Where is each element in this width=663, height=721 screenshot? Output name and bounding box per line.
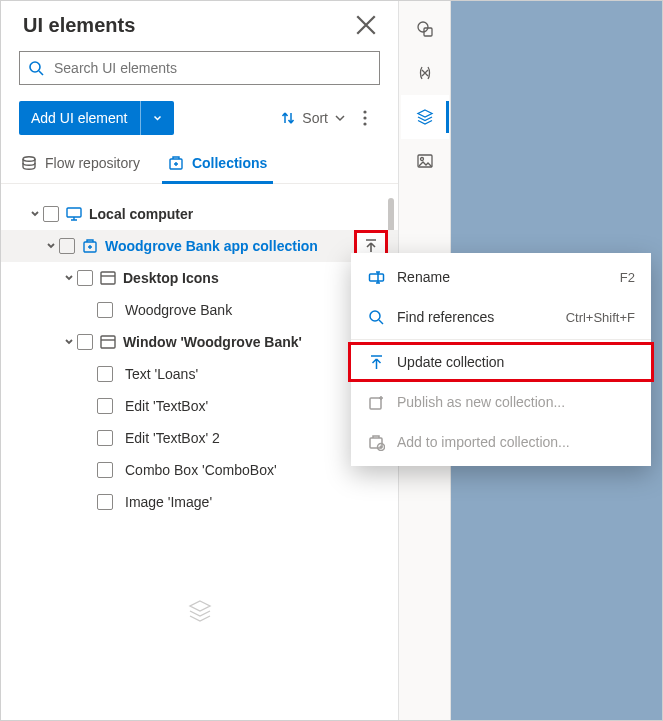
rename-icon xyxy=(368,269,385,286)
tree-leaf[interactable]: Combo Box 'ComboBox' xyxy=(1,454,398,486)
ctx-find-references[interactable]: Find references Ctrl+Shift+F xyxy=(351,297,651,337)
context-menu: Rename F2 Find references Ctrl+Shift+F U… xyxy=(351,253,651,466)
rail-button-variables[interactable] xyxy=(401,51,449,95)
svg-rect-9 xyxy=(101,336,115,348)
sort-button[interactable]: Sort xyxy=(276,106,350,130)
tree-node-group[interactable]: Window 'Woodgrove Bank' xyxy=(1,326,398,358)
tree-leaf[interactable]: Woodgrove Bank xyxy=(1,294,398,326)
tree-leaf[interactable]: Edit 'TextBox' xyxy=(1,390,398,422)
add-button-split[interactable] xyxy=(140,101,174,135)
close-button[interactable] xyxy=(352,11,380,39)
checkbox[interactable] xyxy=(43,206,59,222)
more-button[interactable] xyxy=(350,103,380,133)
tree-node-root[interactable]: Local computer xyxy=(1,198,398,230)
rail-button-shapes[interactable] xyxy=(401,7,449,51)
svg-point-0 xyxy=(30,62,40,72)
publish-icon xyxy=(368,394,385,411)
upload-icon xyxy=(363,238,379,254)
svg-point-1 xyxy=(363,110,366,113)
tree-leaf[interactable]: Edit 'TextBox' 2 xyxy=(1,422,398,454)
collections-icon xyxy=(168,155,184,171)
tree-node-collection[interactable]: Woodgrove Bank app collection xyxy=(1,230,398,262)
svg-point-3 xyxy=(363,122,366,125)
checkbox[interactable] xyxy=(77,334,93,350)
rail-button-images[interactable] xyxy=(401,139,449,183)
sort-icon xyxy=(280,110,296,126)
search-icon xyxy=(368,309,385,326)
search-box[interactable] xyxy=(19,51,380,85)
tabs: Flow repository Collections xyxy=(1,145,398,184)
layers-icon xyxy=(416,108,434,126)
checkbox[interactable] xyxy=(97,462,113,478)
window-icon xyxy=(99,333,117,351)
svg-rect-14 xyxy=(369,274,383,281)
svg-point-13 xyxy=(420,158,423,161)
tab-collections[interactable]: Collections xyxy=(154,145,281,183)
svg-rect-8 xyxy=(101,272,115,284)
add-ui-element-button[interactable]: Add UI element xyxy=(19,101,174,135)
checkbox[interactable] xyxy=(97,494,113,510)
add-button-label: Add UI element xyxy=(19,101,140,135)
svg-point-15 xyxy=(370,311,380,321)
svg-point-10 xyxy=(418,22,428,32)
chevron-down-icon[interactable] xyxy=(43,238,59,254)
layers-icon xyxy=(187,598,213,624)
more-vertical-icon xyxy=(363,110,367,126)
checkbox[interactable] xyxy=(97,302,113,318)
collection-icon xyxy=(81,237,99,255)
close-icon xyxy=(352,11,380,39)
repository-icon xyxy=(21,155,37,171)
checkbox[interactable] xyxy=(77,270,93,286)
ctx-publish-new-collection: Publish as new collection... xyxy=(351,382,651,422)
chevron-down-icon[interactable] xyxy=(61,270,77,286)
chevron-down-icon[interactable] xyxy=(61,334,77,350)
image-icon xyxy=(416,152,434,170)
tree-leaf[interactable]: Image 'Image' xyxy=(1,486,398,518)
checkbox[interactable] xyxy=(97,398,113,414)
separator xyxy=(351,339,651,340)
chevron-down-icon xyxy=(334,112,346,124)
ui-elements-panel: UI elements Add UI element Sort xyxy=(1,1,399,721)
page-title: UI elements xyxy=(23,14,135,37)
checkbox[interactable] xyxy=(97,366,113,382)
rail-button-ui-elements[interactable] xyxy=(401,95,449,139)
ctx-update-collection[interactable]: Update collection xyxy=(348,342,654,382)
add-collection-icon xyxy=(368,434,385,451)
tree-leaf[interactable]: Text 'Loans' xyxy=(1,358,398,390)
tree-node-group[interactable]: Desktop Icons xyxy=(1,262,398,294)
tree-view: Local computer Woodgrove Bank app collec… xyxy=(1,184,398,721)
shapes-icon xyxy=(416,20,434,38)
variable-icon xyxy=(416,64,434,82)
ctx-add-to-imported: Add to imported collection... xyxy=(351,422,651,462)
svg-rect-16 xyxy=(370,398,381,409)
upload-icon xyxy=(368,354,385,371)
tab-flow-repository[interactable]: Flow repository xyxy=(7,145,154,183)
svg-rect-6 xyxy=(67,208,81,217)
search-input[interactable] xyxy=(52,59,371,77)
svg-point-4 xyxy=(23,157,35,162)
window-icon xyxy=(99,269,117,287)
empty-state-icon xyxy=(1,598,398,624)
svg-point-2 xyxy=(363,116,366,119)
search-icon xyxy=(28,60,44,76)
chevron-down-icon[interactable] xyxy=(27,206,43,222)
checkbox[interactable] xyxy=(97,430,113,446)
computer-icon xyxy=(65,205,83,223)
ctx-rename[interactable]: Rename F2 xyxy=(351,257,651,297)
sort-label: Sort xyxy=(302,110,328,126)
chevron-down-icon xyxy=(153,112,162,124)
checkbox[interactable] xyxy=(59,238,75,254)
